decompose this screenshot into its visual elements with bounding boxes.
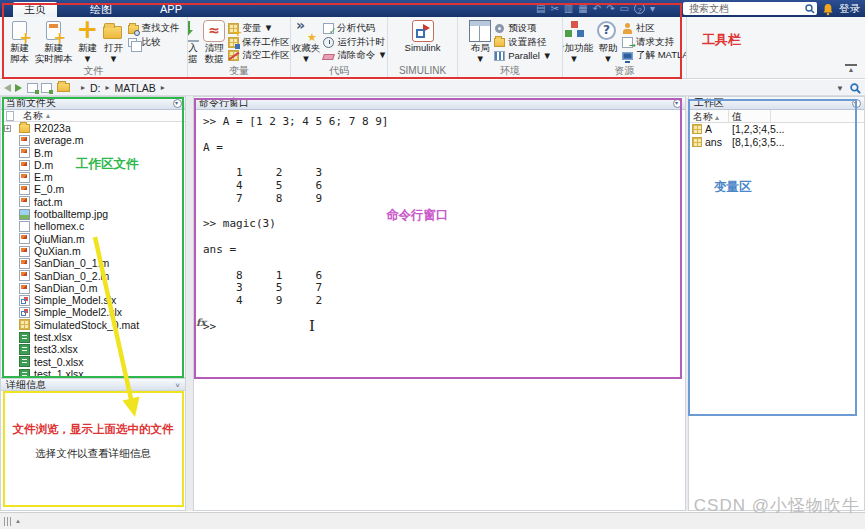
- back-icon[interactable]: [4, 84, 11, 92]
- doc-search-box: [683, 2, 817, 15]
- favorites-button[interactable]: 收藏夹▼: [291, 20, 321, 64]
- simulink-button[interactable]: Simulink: [404, 20, 442, 54]
- file-row[interactable]: SanDian_0.m: [1, 282, 185, 294]
- redo-icon[interactable]: [606, 2, 614, 16]
- file-row[interactable]: + R2023a: [1, 122, 185, 134]
- fx-indicator: fx: [196, 317, 206, 329]
- breadcrumb-folder[interactable]: MATLAB: [115, 82, 156, 94]
- file-row[interactable]: QuXian.m: [1, 245, 185, 257]
- help-circle-icon[interactable]: ?: [634, 3, 645, 14]
- new-button[interactable]: 新建▼: [76, 20, 100, 64]
- status-arrow-icon[interactable]: ▲: [15, 518, 21, 524]
- collapse-ribbon-icon[interactable]: ▲: [845, 64, 857, 73]
- file-row[interactable]: QiuMian.m: [1, 233, 185, 245]
- window-icon[interactable]: [620, 2, 629, 16]
- expand-icon[interactable]: +: [4, 125, 11, 132]
- new-live-script-button[interactable]: 新建实时脚本: [34, 20, 74, 64]
- matrix-variable-icon: [692, 124, 702, 134]
- ribbon-toolbar: 新建脚本 新建实时脚本 新建▼ 打开▼ 查找文件: [0, 17, 865, 79]
- search-icon[interactable]: [805, 4, 815, 14]
- addons-button[interactable]: 附加功能▼: [563, 20, 594, 64]
- save-workspace-button[interactable]: 保存工作区: [228, 36, 291, 50]
- file-row[interactable]: E_0.m: [1, 183, 185, 195]
- analyze-code-button[interactable]: 分析代码: [323, 22, 387, 36]
- clear-commands-button[interactable]: 清除命令 ▼: [323, 49, 387, 63]
- file-row[interactable]: SanDian_0_1.m: [1, 257, 185, 269]
- variable-row[interactable]: ans [8,1,6;3,5...: [689, 136, 864, 149]
- file-row[interactable]: E.m: [1, 171, 185, 183]
- file-row[interactable]: B.m: [1, 147, 185, 159]
- details-header[interactable]: 详细信息 ˅: [0, 378, 186, 391]
- new-script-icon: [12, 21, 27, 40]
- file-icon: [19, 160, 30, 171]
- browse-folder-icon[interactable]: [41, 83, 52, 93]
- file-row[interactable]: Simple_Model2.slx: [1, 306, 185, 318]
- section-label-environment: 环境: [459, 65, 561, 78]
- sort-indicator-icon: ▴: [715, 113, 719, 122]
- save-icon[interactable]: [536, 2, 545, 16]
- status-bars-icon[interactable]: [4, 517, 13, 526]
- file-row[interactable]: test.xlsx: [1, 331, 185, 343]
- workspace-header: 工作区: [689, 97, 864, 110]
- command-window-output[interactable]: >> A = [1 2 3; 4 5 6; 7 8 9] A = 1 2 3 4…: [194, 110, 388, 334]
- clear-workspace-button[interactable]: 清空工作区 ▼: [228, 49, 291, 63]
- tab-plots[interactable]: 绘图: [79, 2, 123, 17]
- new-script-button[interactable]: 新建脚本: [8, 20, 32, 64]
- undo-icon[interactable]: [593, 2, 601, 16]
- name-column-header[interactable]: 名称 ▴: [1, 110, 185, 122]
- quick-access-more-icon[interactable]: [650, 2, 655, 16]
- import-data-button[interactable]: 导入数据: [188, 20, 200, 64]
- parallel-icon: [494, 51, 505, 61]
- file-row[interactable]: test3.xlsx: [1, 343, 185, 355]
- name-column-header[interactable]: 名称▴: [689, 110, 729, 122]
- open-button[interactable]: 打开▼: [102, 20, 126, 64]
- excel-file-icon: [19, 344, 30, 355]
- community-button[interactable]: 社区: [622, 22, 687, 36]
- file-row[interactable]: SimulatedStock_0.mat: [1, 319, 185, 331]
- help-button[interactable]: 帮助▼: [596, 20, 620, 64]
- login-button[interactable]: 登录: [839, 2, 860, 15]
- panel-menu-icon[interactable]: [673, 99, 682, 108]
- run-and-time-button[interactable]: 运行并计时: [323, 36, 387, 50]
- forward-icon[interactable]: [15, 84, 22, 92]
- folder-search-icon[interactable]: [850, 83, 861, 94]
- find-files-button[interactable]: 查找文件: [128, 22, 180, 36]
- cut-icon[interactable]: [550, 2, 558, 16]
- set-path-button[interactable]: 设置路径: [494, 36, 552, 50]
- variable-row[interactable]: A [1,2,3;4,5...: [689, 123, 864, 136]
- file-row[interactable]: hellomex.c: [1, 220, 185, 232]
- parallel-button[interactable]: Parallel ▼: [494, 49, 552, 63]
- paste-icon[interactable]: [578, 2, 587, 16]
- section-label-file: 文件: [1, 65, 186, 78]
- copy-icon[interactable]: [564, 2, 573, 16]
- breadcrumb-drive[interactable]: D:: [90, 82, 101, 94]
- file-row[interactable]: footballtemp.jpg: [1, 208, 185, 220]
- clean-data-button[interactable]: 清理数据: [202, 20, 226, 64]
- import-data-icon: [188, 20, 199, 42]
- layout-button[interactable]: 布局▼: [468, 20, 492, 64]
- preferences-button[interactable]: 预设项: [494, 22, 552, 36]
- address-dropdown-icon[interactable]: ▼: [836, 84, 844, 93]
- learn-matlab-icon: [622, 52, 633, 60]
- file-row[interactable]: D.m: [1, 159, 185, 171]
- panel-splitter[interactable]: [186, 96, 193, 511]
- tab-apps[interactable]: APP: [149, 2, 193, 17]
- compare-button[interactable]: 比较: [128, 36, 180, 50]
- file-row[interactable]: test_0.xlsx: [1, 356, 185, 368]
- clear-workspace-icon: [228, 50, 239, 61]
- request-support-button[interactable]: 请求支持: [622, 36, 687, 50]
- up-folder-icon[interactable]: [27, 83, 38, 93]
- variable-button[interactable]: 变量 ▼: [228, 22, 291, 36]
- file-row[interactable]: SanDian_0_2.m: [1, 270, 185, 282]
- value-column-header[interactable]: 值: [729, 110, 771, 122]
- learn-matlab-button[interactable]: 了解 MATLAB: [622, 49, 687, 63]
- file-row[interactable]: average.m: [1, 134, 185, 146]
- favorites-icon: [295, 20, 317, 42]
- panel-menu-icon[interactable]: [852, 99, 861, 108]
- file-icon: [19, 258, 30, 269]
- tab-home[interactable]: 主页: [13, 2, 57, 17]
- doc-search-input[interactable]: [687, 2, 805, 15]
- file-row[interactable]: Simple_Model.slx: [1, 294, 185, 306]
- file-row[interactable]: fact.m: [1, 196, 185, 208]
- panel-menu-icon[interactable]: [173, 99, 182, 108]
